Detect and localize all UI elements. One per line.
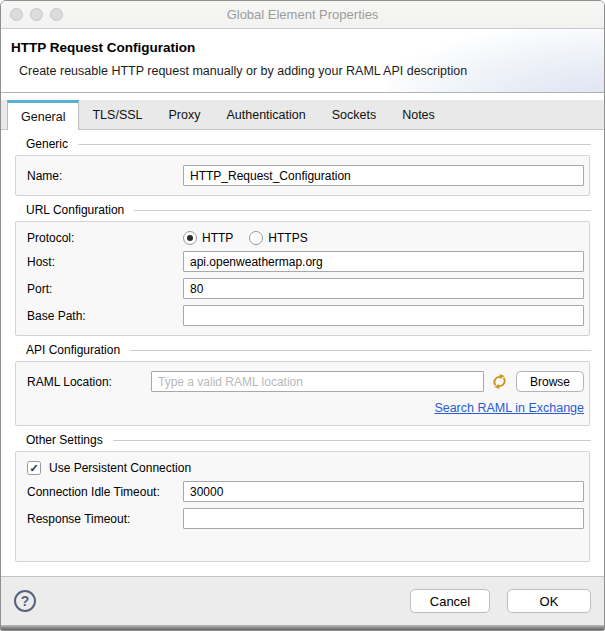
section-title: URL Configuration xyxy=(26,203,124,217)
sync-raml-icon[interactable] xyxy=(491,373,509,391)
group-other-settings: Use Persistent Connection Connection Idl… xyxy=(15,451,590,562)
window-title: Global Element Properties xyxy=(1,7,604,22)
field-row-response-timeout: Response Timeout: xyxy=(27,508,584,529)
exchange-link-row: Search RAML in Exchange xyxy=(27,398,584,416)
radio-http-label: HTTP xyxy=(202,231,233,245)
section-header-generic: Generic xyxy=(26,136,591,152)
field-row-persistent-connection: Use Persistent Connection xyxy=(27,461,584,475)
section-divider xyxy=(78,144,591,145)
header-decoration xyxy=(389,29,604,92)
ok-button[interactable]: OK xyxy=(507,589,591,613)
close-window-button[interactable] xyxy=(10,8,23,21)
group-api-configuration: RAML Location: Browse Search RAML i xyxy=(15,361,590,426)
window-bottom-edge xyxy=(1,625,604,630)
tab-authentication[interactable]: Authentication xyxy=(213,100,318,129)
protocol-label: Protocol: xyxy=(27,231,183,245)
field-row-base-path: Base Path: xyxy=(27,305,584,326)
window-controls xyxy=(1,8,63,21)
question-mark-icon: ? xyxy=(21,593,30,609)
page-subtitle: Create reusable HTTP request manually or… xyxy=(19,64,604,78)
tab-general[interactable]: General xyxy=(7,100,79,130)
name-label: Name: xyxy=(27,169,183,183)
host-input[interactable] xyxy=(183,251,584,272)
raml-location-input[interactable] xyxy=(151,371,484,392)
response-timeout-input[interactable] xyxy=(183,508,584,529)
base-path-label: Base Path: xyxy=(27,309,183,323)
section-divider xyxy=(113,440,591,441)
section-header-other-settings: Other Settings xyxy=(26,432,591,448)
field-row-port: Port: xyxy=(27,278,584,299)
sync-arrows-glyph xyxy=(491,373,508,390)
tab-bar: General TLS/SSL Proxy Authentication Soc… xyxy=(1,100,604,130)
tab-proxy[interactable]: Proxy xyxy=(156,100,214,129)
port-input[interactable] xyxy=(183,278,584,299)
minimize-window-button[interactable] xyxy=(30,8,43,21)
tab-notes[interactable]: Notes xyxy=(389,100,448,129)
host-label: Host: xyxy=(27,255,183,269)
radio-https-icon[interactable] xyxy=(249,231,263,245)
section-divider xyxy=(134,210,591,211)
tab-tls-ssl[interactable]: TLS/SSL xyxy=(79,100,155,129)
tab-sockets[interactable]: Sockets xyxy=(319,100,389,129)
use-persistent-connection-label: Use Persistent Connection xyxy=(49,461,191,475)
cancel-button[interactable]: Cancel xyxy=(410,589,490,613)
search-raml-in-exchange-link[interactable]: Search RAML in Exchange xyxy=(434,401,584,415)
response-timeout-label: Response Timeout: xyxy=(27,512,183,526)
radio-https-label: HTTPS xyxy=(268,231,307,245)
group-url-configuration: Protocol: HTTP HTTPS Host: Port: xyxy=(15,221,590,336)
field-row-host: Host: xyxy=(27,251,584,272)
section-header-url-configuration: URL Configuration xyxy=(26,202,591,218)
group-generic: Name: xyxy=(15,155,590,196)
dialog-header: HTTP Request Configuration Create reusab… xyxy=(1,29,604,93)
field-row-name: Name: xyxy=(27,165,584,186)
name-input[interactable] xyxy=(183,165,584,186)
global-element-properties-dialog: Global Element Properties HTTP Request C… xyxy=(0,0,605,631)
section-title: Other Settings xyxy=(26,433,103,447)
button-bar: ? Cancel OK xyxy=(1,576,604,625)
connection-idle-timeout-input[interactable] xyxy=(183,481,584,502)
section-divider xyxy=(130,350,591,351)
tab-strip-wrapper: General TLS/SSL Proxy Authentication Soc… xyxy=(1,93,604,130)
field-row-raml-location: RAML Location: Browse xyxy=(27,371,584,392)
field-row-idle-timeout: Connection Idle Timeout: xyxy=(27,481,584,502)
protocol-option-http[interactable]: HTTP xyxy=(183,231,233,245)
section-title: API Configuration xyxy=(26,343,120,357)
title-bar: Global Element Properties xyxy=(1,1,604,29)
browse-button[interactable]: Browse xyxy=(516,371,584,392)
protocol-option-https[interactable]: HTTPS xyxy=(249,231,307,245)
section-header-api-configuration: API Configuration xyxy=(26,342,591,358)
base-path-input[interactable] xyxy=(183,305,584,326)
section-title: Generic xyxy=(26,137,68,151)
help-button[interactable]: ? xyxy=(14,590,36,612)
connection-idle-timeout-label: Connection Idle Timeout: xyxy=(27,485,183,499)
raml-location-label: RAML Location: xyxy=(27,375,151,389)
page-title: HTTP Request Configuration xyxy=(11,40,604,55)
use-persistent-connection-checkbox[interactable] xyxy=(27,461,41,475)
field-row-protocol: Protocol: HTTP HTTPS xyxy=(27,231,584,245)
port-label: Port: xyxy=(27,282,183,296)
protocol-radio-group: HTTP HTTPS xyxy=(183,231,308,245)
radio-http-icon[interactable] xyxy=(183,231,197,245)
tab-content-general: Generic Name: URL Configuration Protocol… xyxy=(1,130,604,576)
zoom-window-button[interactable] xyxy=(50,8,63,21)
